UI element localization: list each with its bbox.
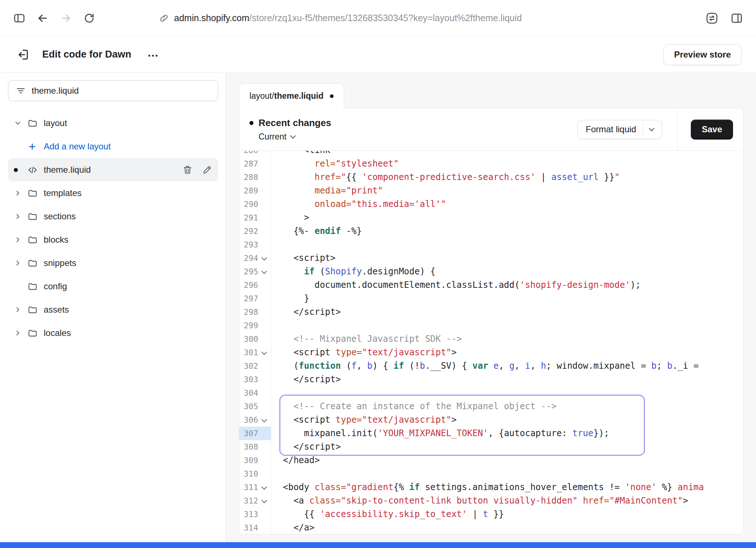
chevron-right-icon [14, 306, 28, 314]
sidebar-item-label: config [44, 281, 67, 291]
address-bar[interactable]: admin.shopify.com/store/rzq1xu-f5/themes… [159, 13, 522, 23]
code-line: 292 {%- endif -%} [239, 224, 743, 238]
sidebar-item-templates[interactable]: templates [8, 181, 218, 205]
more-actions-icon[interactable] [147, 48, 159, 61]
sidebar-item-label: locales [44, 328, 71, 338]
line-number: 312 [239, 494, 258, 508]
editor-tab[interactable]: layout/theme.liquid [239, 83, 344, 108]
fold-spacer [258, 521, 271, 534]
file-tree: layout Add a new layout theme.liquid [8, 111, 218, 345]
chevron-down-icon[interactable] [649, 125, 655, 131]
code-line: 293 [239, 238, 743, 251]
add-layout-button[interactable]: Add a new layout [8, 135, 218, 158]
line-number: 299 [239, 319, 258, 332]
forward-icon[interactable] [58, 10, 74, 27]
line-number: 306 [239, 413, 258, 427]
back-icon[interactable] [34, 10, 51, 27]
sidebar-item-label: theme.liquid [44, 165, 91, 175]
exit-editor-icon[interactable] [15, 46, 31, 63]
code-text [271, 238, 283, 251]
file-search-box[interactable] [8, 80, 218, 101]
code-lines: 286 <link287 rel="stylesheet"288 href="{… [239, 151, 743, 534]
button-divider [643, 124, 643, 134]
preview-store-button[interactable]: Preview store [664, 44, 741, 65]
code-line: 303 </script> [239, 373, 743, 386]
sidebar-toggle-icon[interactable] [11, 10, 28, 27]
folder-icon [28, 188, 44, 198]
fold-chevron-icon[interactable] [258, 265, 271, 278]
modified-dot [14, 168, 28, 172]
gutter: 287 [239, 157, 271, 171]
code-text: if (Shopify.designMode) { [271, 265, 436, 278]
chevron-right-icon [14, 212, 28, 220]
chevron-down-icon [290, 133, 296, 138]
sidebar-item-locales[interactable]: locales [8, 321, 218, 345]
line-number: 291 [239, 211, 258, 224]
sidebar-item-sections[interactable]: sections [8, 205, 218, 228]
code-text [271, 467, 283, 481]
code-line: 300 <!-- Mixpanel Javascript SDK --> [239, 332, 743, 346]
code-line: 312 <a class="skip-to-content-link butto… [239, 494, 743, 508]
line-number: 311 [239, 481, 258, 494]
chevron-right-icon [14, 236, 28, 244]
gutter: 301 [239, 346, 271, 359]
code-line: 313 {{ 'accessibility.skip_to_text' | t … [239, 508, 743, 521]
code-line: 314 </a> [239, 521, 743, 534]
code-line: 287 rel="stylesheet" [239, 157, 743, 171]
sidebar-item-snippets[interactable]: snippets [8, 251, 218, 275]
gutter: 313 [239, 508, 271, 521]
url-path: /store/rzq1xu-f5/themes/132683530345?key… [249, 13, 522, 23]
format-liquid-button[interactable]: Format liquid [577, 120, 662, 139]
code-line: 307 mixpanel.init('YOUR_MIXPANEL_TOKEN',… [239, 427, 743, 440]
code-line: 290 onload="this.media='all'" [239, 197, 743, 211]
file-search-input[interactable] [32, 86, 210, 96]
fold-spacer [258, 332, 271, 346]
gutter: 305 [239, 400, 271, 413]
delete-file-icon[interactable] [182, 165, 193, 175]
fold-chevron-icon[interactable] [258, 494, 271, 508]
code-editor[interactable]: 286 <link287 rel="stylesheet"288 href="{… [239, 151, 743, 534]
sidebar-item-layout[interactable]: layout [8, 111, 218, 135]
extensions-icon[interactable] [704, 10, 720, 27]
folder-icon [28, 258, 44, 268]
code-text: } [271, 292, 309, 305]
code-line: 306 <script type="text/javascript"> [239, 413, 743, 427]
code-text: rel="stylesheet" [271, 157, 399, 171]
sidebar-item-blocks[interactable]: blocks [8, 228, 218, 251]
rename-file-icon[interactable] [202, 165, 212, 175]
line-number: 290 [239, 197, 258, 211]
line-number: 307 [239, 427, 258, 440]
add-layout-label: Add a new layout [44, 141, 111, 152]
fold-spacer [258, 427, 271, 440]
fold-chevron-icon[interactable] [258, 346, 271, 359]
reload-icon[interactable] [81, 10, 98, 27]
code-text: (function (f, b) { if (!b.__SV) { var e,… [271, 359, 699, 373]
line-number: 302 [239, 359, 258, 373]
version-dropdown[interactable]: Current [259, 132, 331, 142]
gutter: 303 [239, 373, 271, 386]
sidebar-item-assets[interactable]: assets [8, 298, 218, 321]
fold-spacer [258, 278, 271, 292]
gutter: 296 [239, 278, 271, 292]
fold-chevron-icon[interactable] [258, 251, 271, 265]
split-view-icon[interactable] [728, 10, 745, 27]
plus-icon [28, 142, 44, 151]
gutter: 286 [239, 151, 271, 157]
save-button[interactable]: Save [691, 120, 733, 140]
code-text: {%- endif -%} [271, 224, 362, 238]
fold-chevron-icon[interactable] [258, 413, 271, 427]
fold-spacer [258, 292, 271, 305]
chevron-right-icon [14, 259, 28, 267]
sidebar-item-config[interactable]: config [8, 275, 218, 298]
sidebar-item-label: snippets [44, 258, 76, 268]
code-line: 309</head> [239, 454, 743, 467]
fold-chevron-icon[interactable] [258, 481, 271, 494]
gutter: 292 [239, 224, 271, 238]
gutter: 306 [239, 413, 271, 427]
editor-panel: layout/theme.liquid Recent changes Curre… [226, 73, 756, 542]
gutter: 294 [239, 251, 271, 265]
sidebar-item-theme-liquid[interactable]: theme.liquid [8, 158, 218, 181]
code-line: 291 > [239, 211, 743, 224]
code-line: 298 </script> [239, 305, 743, 319]
recent-changes-label: Recent changes [259, 117, 331, 129]
